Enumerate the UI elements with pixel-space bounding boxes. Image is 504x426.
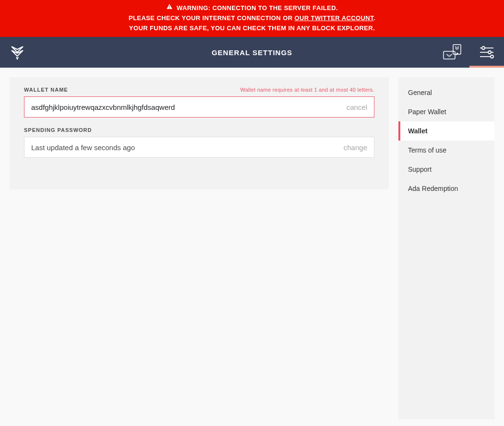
svg-point-9 bbox=[491, 55, 493, 58]
sidebar-item-label: General bbox=[408, 89, 432, 96]
sidebar-item-label: Support bbox=[408, 166, 432, 173]
sidebar-item-label: Ada Redemption bbox=[408, 185, 458, 192]
spending-password-status: Last updated a few seconds ago bbox=[31, 143, 344, 152]
app-header: GENERAL SETTINGS bbox=[0, 37, 504, 68]
warning-icon bbox=[166, 3, 173, 13]
sidebar-item-label: Paper Wallet bbox=[408, 108, 446, 116]
sidebar-item-wallet[interactable]: Wallet bbox=[398, 121, 494, 141]
warning-line2-prefix: PLEASE CHECK YOUR INTERNET CONNECTION OR bbox=[129, 14, 295, 22]
wallet-name-label: WALLET NAME bbox=[24, 87, 68, 93]
sidebar-item-ada-redemption[interactable]: Ada Redemption bbox=[398, 179, 494, 198]
wallet-name-input[interactable] bbox=[31, 103, 347, 111]
sidebar-item-general[interactable]: General bbox=[398, 83, 494, 102]
spending-password-change-button[interactable]: change bbox=[344, 143, 367, 152]
warning-line1: WARNING: CONNECTION TO THE SERVER FAILED… bbox=[177, 3, 338, 13]
warning-line3: YOUR FUNDS ARE SAFE, YOU CAN CHECK THEM … bbox=[0, 23, 504, 33]
wallet-name-cancel-button[interactable]: cancel bbox=[347, 103, 367, 111]
sidebar-item-support[interactable]: Support bbox=[398, 160, 494, 179]
svg-point-5 bbox=[482, 47, 485, 49]
sidebar-item-label: Wallet bbox=[408, 127, 428, 135]
settings-icon-button[interactable] bbox=[469, 37, 504, 68]
settings-sidebar: General Paper Wallet Wallet Terms of use… bbox=[398, 77, 494, 419]
twitter-link[interactable]: OUR TWITTER ACCOUNT bbox=[294, 14, 373, 22]
spending-password-label: SPENDING PASSWORD bbox=[24, 127, 92, 133]
sidebar-item-paper-wallet[interactable]: Paper Wallet bbox=[398, 102, 494, 121]
svg-rect-0 bbox=[169, 6, 169, 8]
settings-panel: WALLET NAME Wallet name requires at leas… bbox=[10, 77, 389, 189]
wallet-name-input-wrap: cancel bbox=[24, 96, 374, 118]
sidebar-item-terms-of-use[interactable]: Terms of use bbox=[398, 141, 494, 160]
page-title: GENERAL SETTINGS bbox=[0, 48, 504, 57]
spending-password-row: Last updated a few seconds ago change bbox=[24, 137, 374, 158]
sidebar-item-label: Terms of use bbox=[408, 146, 446, 154]
svg-point-7 bbox=[488, 51, 491, 54]
wallet-name-error: Wallet name requires at least 1 and at m… bbox=[240, 87, 374, 93]
paper-wallet-icon-button[interactable] bbox=[435, 37, 469, 68]
warning-line2-suffix: . bbox=[373, 14, 375, 22]
warning-banner: WARNING: CONNECTION TO THE SERVER FAILED… bbox=[0, 0, 504, 37]
svg-rect-1 bbox=[169, 8, 169, 8]
